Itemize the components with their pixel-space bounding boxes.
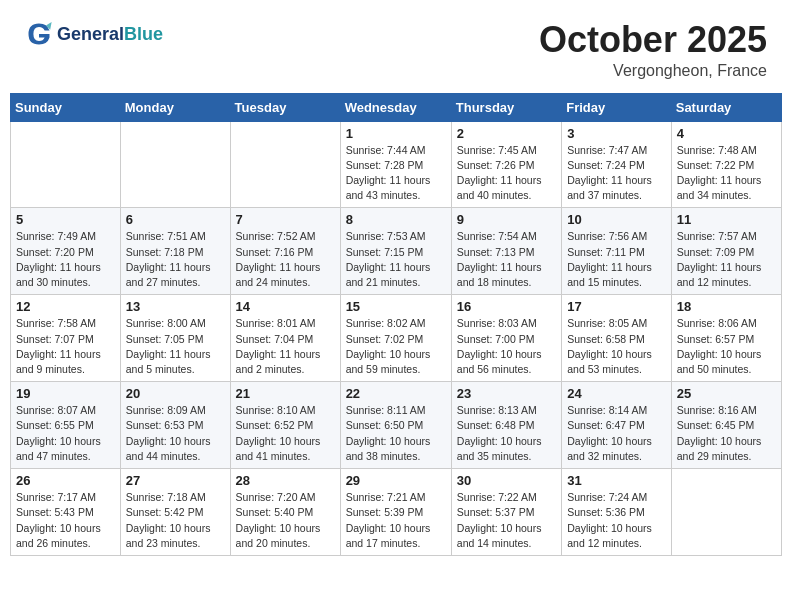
calendar-cell: 29Sunrise: 7:21 AM Sunset: 5:39 PM Dayli… [340, 469, 451, 556]
day-number: 8 [346, 212, 446, 227]
calendar-table: SundayMondayTuesdayWednesdayThursdayFrid… [10, 93, 782, 556]
day-number: 9 [457, 212, 556, 227]
day-info: Sunrise: 7:56 AM Sunset: 7:11 PM Dayligh… [567, 229, 666, 290]
day-number: 22 [346, 386, 446, 401]
day-info: Sunrise: 7:45 AM Sunset: 7:26 PM Dayligh… [457, 143, 556, 204]
day-info: Sunrise: 8:13 AM Sunset: 6:48 PM Dayligh… [457, 403, 556, 464]
day-number: 28 [236, 473, 335, 488]
calendar-week-row: 12Sunrise: 7:58 AM Sunset: 7:07 PM Dayli… [11, 295, 782, 382]
calendar-cell: 8Sunrise: 7:53 AM Sunset: 7:15 PM Daylig… [340, 208, 451, 295]
calendar-cell [671, 469, 781, 556]
title-section: October 2025 Vergongheon, France [539, 20, 767, 80]
day-number: 25 [677, 386, 776, 401]
day-number: 13 [126, 299, 225, 314]
page-header: GeneralBlue October 2025 Vergongheon, Fr… [10, 10, 782, 85]
calendar-cell: 13Sunrise: 8:00 AM Sunset: 7:05 PM Dayli… [120, 295, 230, 382]
calendar-cell: 19Sunrise: 8:07 AM Sunset: 6:55 PM Dayli… [11, 382, 121, 469]
day-number: 23 [457, 386, 556, 401]
logo-icon [25, 20, 53, 48]
day-info: Sunrise: 8:07 AM Sunset: 6:55 PM Dayligh… [16, 403, 115, 464]
day-number: 7 [236, 212, 335, 227]
day-number: 3 [567, 126, 666, 141]
day-info: Sunrise: 7:54 AM Sunset: 7:13 PM Dayligh… [457, 229, 556, 290]
day-info: Sunrise: 7:53 AM Sunset: 7:15 PM Dayligh… [346, 229, 446, 290]
calendar-cell: 1Sunrise: 7:44 AM Sunset: 7:28 PM Daylig… [340, 121, 451, 208]
calendar-cell: 10Sunrise: 7:56 AM Sunset: 7:11 PM Dayli… [562, 208, 672, 295]
day-info: Sunrise: 7:57 AM Sunset: 7:09 PM Dayligh… [677, 229, 776, 290]
weekday-header-row: SundayMondayTuesdayWednesdayThursdayFrid… [11, 93, 782, 121]
day-info: Sunrise: 8:05 AM Sunset: 6:58 PM Dayligh… [567, 316, 666, 377]
day-info: Sunrise: 7:24 AM Sunset: 5:36 PM Dayligh… [567, 490, 666, 551]
weekday-header: Friday [562, 93, 672, 121]
day-info: Sunrise: 8:03 AM Sunset: 7:00 PM Dayligh… [457, 316, 556, 377]
day-number: 20 [126, 386, 225, 401]
day-info: Sunrise: 7:18 AM Sunset: 5:42 PM Dayligh… [126, 490, 225, 551]
day-number: 15 [346, 299, 446, 314]
calendar-cell: 2Sunrise: 7:45 AM Sunset: 7:26 PM Daylig… [451, 121, 561, 208]
calendar-cell [120, 121, 230, 208]
calendar-cell [230, 121, 340, 208]
day-number: 16 [457, 299, 556, 314]
calendar-cell: 9Sunrise: 7:54 AM Sunset: 7:13 PM Daylig… [451, 208, 561, 295]
day-number: 1 [346, 126, 446, 141]
calendar-week-row: 1Sunrise: 7:44 AM Sunset: 7:28 PM Daylig… [11, 121, 782, 208]
calendar-cell: 16Sunrise: 8:03 AM Sunset: 7:00 PM Dayli… [451, 295, 561, 382]
calendar-cell: 5Sunrise: 7:49 AM Sunset: 7:20 PM Daylig… [11, 208, 121, 295]
day-number: 19 [16, 386, 115, 401]
calendar-cell: 31Sunrise: 7:24 AM Sunset: 5:36 PM Dayli… [562, 469, 672, 556]
logo: GeneralBlue [25, 20, 163, 48]
day-number: 27 [126, 473, 225, 488]
calendar-cell: 11Sunrise: 7:57 AM Sunset: 7:09 PM Dayli… [671, 208, 781, 295]
calendar-cell: 6Sunrise: 7:51 AM Sunset: 7:18 PM Daylig… [120, 208, 230, 295]
weekday-header: Tuesday [230, 93, 340, 121]
day-info: Sunrise: 7:52 AM Sunset: 7:16 PM Dayligh… [236, 229, 335, 290]
location: Vergongheon, France [539, 62, 767, 80]
day-number: 17 [567, 299, 666, 314]
day-info: Sunrise: 7:44 AM Sunset: 7:28 PM Dayligh… [346, 143, 446, 204]
calendar-cell: 21Sunrise: 8:10 AM Sunset: 6:52 PM Dayli… [230, 382, 340, 469]
calendar-cell: 20Sunrise: 8:09 AM Sunset: 6:53 PM Dayli… [120, 382, 230, 469]
day-number: 18 [677, 299, 776, 314]
calendar-cell: 12Sunrise: 7:58 AM Sunset: 7:07 PM Dayli… [11, 295, 121, 382]
day-info: Sunrise: 8:02 AM Sunset: 7:02 PM Dayligh… [346, 316, 446, 377]
day-info: Sunrise: 8:09 AM Sunset: 6:53 PM Dayligh… [126, 403, 225, 464]
day-info: Sunrise: 7:51 AM Sunset: 7:18 PM Dayligh… [126, 229, 225, 290]
weekday-header: Thursday [451, 93, 561, 121]
day-number: 4 [677, 126, 776, 141]
day-info: Sunrise: 8:11 AM Sunset: 6:50 PM Dayligh… [346, 403, 446, 464]
calendar-week-row: 19Sunrise: 8:07 AM Sunset: 6:55 PM Dayli… [11, 382, 782, 469]
calendar-cell: 24Sunrise: 8:14 AM Sunset: 6:47 PM Dayli… [562, 382, 672, 469]
calendar-cell: 28Sunrise: 7:20 AM Sunset: 5:40 PM Dayli… [230, 469, 340, 556]
day-number: 29 [346, 473, 446, 488]
weekday-header: Saturday [671, 93, 781, 121]
day-number: 2 [457, 126, 556, 141]
day-number: 21 [236, 386, 335, 401]
day-number: 24 [567, 386, 666, 401]
calendar-cell: 4Sunrise: 7:48 AM Sunset: 7:22 PM Daylig… [671, 121, 781, 208]
day-info: Sunrise: 7:21 AM Sunset: 5:39 PM Dayligh… [346, 490, 446, 551]
day-info: Sunrise: 8:16 AM Sunset: 6:45 PM Dayligh… [677, 403, 776, 464]
day-info: Sunrise: 7:47 AM Sunset: 7:24 PM Dayligh… [567, 143, 666, 204]
day-info: Sunrise: 8:06 AM Sunset: 6:57 PM Dayligh… [677, 316, 776, 377]
weekday-header: Wednesday [340, 93, 451, 121]
day-info: Sunrise: 7:49 AM Sunset: 7:20 PM Dayligh… [16, 229, 115, 290]
calendar-cell [11, 121, 121, 208]
day-info: Sunrise: 8:10 AM Sunset: 6:52 PM Dayligh… [236, 403, 335, 464]
day-number: 14 [236, 299, 335, 314]
logo-text: GeneralBlue [57, 24, 163, 45]
calendar-cell: 17Sunrise: 8:05 AM Sunset: 6:58 PM Dayli… [562, 295, 672, 382]
calendar-cell: 3Sunrise: 7:47 AM Sunset: 7:24 PM Daylig… [562, 121, 672, 208]
day-info: Sunrise: 8:14 AM Sunset: 6:47 PM Dayligh… [567, 403, 666, 464]
day-number: 6 [126, 212, 225, 227]
calendar-cell: 23Sunrise: 8:13 AM Sunset: 6:48 PM Dayli… [451, 382, 561, 469]
calendar-cell: 25Sunrise: 8:16 AM Sunset: 6:45 PM Dayli… [671, 382, 781, 469]
day-info: Sunrise: 7:20 AM Sunset: 5:40 PM Dayligh… [236, 490, 335, 551]
calendar-cell: 15Sunrise: 8:02 AM Sunset: 7:02 PM Dayli… [340, 295, 451, 382]
calendar-week-row: 26Sunrise: 7:17 AM Sunset: 5:43 PM Dayli… [11, 469, 782, 556]
calendar-cell: 14Sunrise: 8:01 AM Sunset: 7:04 PM Dayli… [230, 295, 340, 382]
calendar-cell: 18Sunrise: 8:06 AM Sunset: 6:57 PM Dayli… [671, 295, 781, 382]
calendar-cell: 26Sunrise: 7:17 AM Sunset: 5:43 PM Dayli… [11, 469, 121, 556]
calendar-cell: 7Sunrise: 7:52 AM Sunset: 7:16 PM Daylig… [230, 208, 340, 295]
weekday-header: Sunday [11, 93, 121, 121]
day-number: 12 [16, 299, 115, 314]
